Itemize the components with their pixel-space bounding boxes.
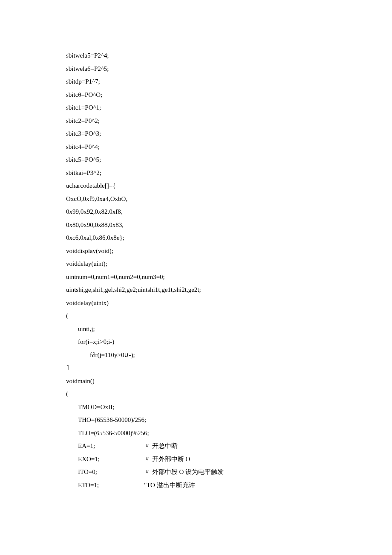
code-text: EA=1; xyxy=(78,439,144,453)
code-line: TLO=(65536-50000)%256; xyxy=(66,427,326,440)
code-line: ETO=1;"TO 溢出中断充许 xyxy=(66,479,326,492)
code-line: voidmain() xyxy=(66,375,326,388)
code-line: sbitc1=PO^1; xyxy=(66,101,326,114)
code-line: EXO=1;〃 开外部中断 O xyxy=(66,453,326,466)
code-line: ( xyxy=(66,387,326,401)
code-line: ITO=0;〃 外部中段 O 设为电平触发 xyxy=(66,465,326,479)
code-line: sbitc4=P0^4; xyxy=(66,140,326,154)
code-line: sbitc2=P0^2; xyxy=(66,114,326,128)
code-line: sbitdp=P1^7; xyxy=(66,75,326,88)
comment-text: 〃 外部中段 O 设为电平触发 xyxy=(144,465,224,479)
comment-text: "TO 溢出中断充许 xyxy=(144,479,195,492)
code-line: sbitcθ=PO^O; xyxy=(66,88,326,102)
code-line: voiddelay(uintx) xyxy=(66,296,326,310)
code-line: 0x80,0x90,0x88,0x83, xyxy=(66,218,326,232)
code-text: EXO=1; xyxy=(78,453,144,466)
code-line: for(i=x;i>0;i-) xyxy=(66,335,326,349)
code-line: 0x99,0x92,0x82,0xf8, xyxy=(66,205,326,218)
code-line: ucharcodetable[]={ xyxy=(66,179,326,192)
comment-text: 〃 开总中断 xyxy=(144,439,178,453)
code-line: 0xc6,0xal,0x86,0x8e}; xyxy=(66,231,326,244)
code-line: THO=(65536-50000)/256; xyxy=(66,413,326,427)
code-line: uintshi,ge,shi1,gel,shi2,ge2;uintshi1t,g… xyxy=(66,283,326,296)
code-line: sbitc3=PO^3; xyxy=(66,127,326,140)
code-line: 1 xyxy=(66,361,326,375)
code-line: sbitkai=P3^2; xyxy=(66,166,326,180)
code-line: voiddelay(uint); xyxy=(66,257,326,270)
code-line: sbitwela5=P2^4; xyxy=(66,49,326,62)
code-text: ITO=0; xyxy=(78,465,144,479)
comment-text: 〃 开外部中断 O xyxy=(144,453,190,466)
code-line: f∂r(j=110y>0∪-); xyxy=(66,349,326,362)
code-line: OxcO,0xf9,0xa4,OxbO, xyxy=(66,192,326,206)
code-text: ETO=1; xyxy=(78,479,144,492)
code-line: uintnum=0,num1=0,num2=0,num3=0; xyxy=(66,270,326,284)
code-line: EA=1;〃 开总中断 xyxy=(66,439,326,453)
code-line: TMOD=OxII; xyxy=(66,401,326,414)
code-line: sbitc5=PO^5; xyxy=(66,153,326,166)
code-page: sbitwela5=P2^4;sbitwela6=P2^5;sbitdp=P1^… xyxy=(0,0,392,534)
code-line: sbitwela6=P2^5; xyxy=(66,62,326,76)
code-container: sbitwela5=P2^4;sbitwela6=P2^5;sbitdp=P1^… xyxy=(66,49,326,491)
code-line: ( xyxy=(66,309,326,323)
code-line: voiddisplay(void); xyxy=(66,244,326,258)
code-line: uinti,j; xyxy=(66,323,326,336)
